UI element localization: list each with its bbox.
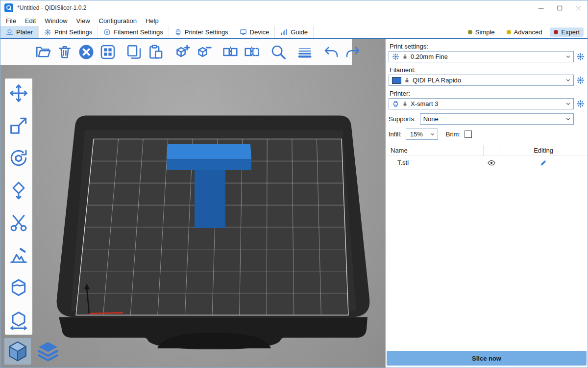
print-settings-label: Print settings: xyxy=(390,43,584,50)
view-toolbar xyxy=(4,338,61,365)
printer-gear-button[interactable] xyxy=(576,100,585,108)
object-name: T.stl xyxy=(386,159,484,166)
lock-icon xyxy=(402,53,408,60)
filament-gear-button[interactable] xyxy=(576,76,585,84)
menu-view[interactable]: View xyxy=(72,16,95,26)
delete-all-icon[interactable] xyxy=(76,42,97,62)
tab-plater[interactable]: Plater xyxy=(0,26,39,38)
print-settings-gear-button[interactable] xyxy=(576,53,585,61)
edit-object-icon[interactable] xyxy=(499,158,588,167)
filament-icon xyxy=(103,28,111,36)
menu-window[interactable]: Window xyxy=(40,16,72,26)
printer-small xyxy=(174,28,182,36)
chevron-down-icon xyxy=(564,77,572,84)
chevron-down-icon xyxy=(564,115,572,123)
mode-expert[interactable]: Expert xyxy=(550,27,584,37)
object-list-header: Name Editing xyxy=(386,145,588,156)
infill-value: 15% xyxy=(409,131,426,138)
window-title: *Untitled - QIDISlicer-1.0.2 xyxy=(17,4,86,11)
place-on-face-tool-icon[interactable] xyxy=(8,180,29,201)
mode-label: Simple xyxy=(475,28,495,36)
right-panel: Print settings: 0.20mm Fine Filament: xyxy=(385,39,588,368)
tab-label: Plater xyxy=(16,28,33,36)
mode-dot-icon xyxy=(507,30,511,34)
mode-strip: SimpleAdvancedExpert xyxy=(464,26,588,38)
tab-filament-settings[interactable]: Filament Settings xyxy=(98,26,169,38)
tab-bar: PlaterPrint SettingsFilament SettingsPri… xyxy=(0,26,588,39)
tab-print-settings[interactable]: Print Settings xyxy=(39,26,98,38)
scene-3d xyxy=(0,39,385,368)
move-tool-icon[interactable] xyxy=(8,82,29,104)
object-row[interactable]: T.stl xyxy=(386,156,588,169)
chevron-down-icon xyxy=(429,131,436,138)
supports-label: Supports: xyxy=(389,115,416,123)
split-objects-icon[interactable] xyxy=(220,42,241,62)
brim-label: Brim: xyxy=(446,131,461,138)
mode-advanced[interactable]: Advanced xyxy=(503,27,546,37)
window-controls xyxy=(532,0,588,15)
minimize-button[interactable] xyxy=(532,0,550,15)
paste-icon[interactable] xyxy=(146,42,166,62)
printer-label: Printer: xyxy=(390,90,584,97)
menu-edit[interactable]: Edit xyxy=(21,16,40,26)
main-area: Print settings: 0.20mm Fine Filament: xyxy=(0,39,588,368)
split-parts-icon[interactable] xyxy=(242,42,262,62)
chevron-down-icon xyxy=(564,53,572,60)
close-button[interactable] xyxy=(569,0,588,15)
device-icon xyxy=(240,28,247,36)
undo-icon[interactable] xyxy=(321,42,342,62)
gear-icon xyxy=(392,53,399,60)
infill-dropdown[interactable]: 15% xyxy=(406,129,438,140)
supports-dropdown[interactable]: None xyxy=(420,113,574,125)
plater-icon xyxy=(6,28,13,36)
visibility-eye-icon[interactable] xyxy=(484,158,499,167)
paint-support-tool-icon[interactable] xyxy=(8,244,29,266)
rotate-tool-icon[interactable] xyxy=(8,147,29,169)
gear xyxy=(44,28,51,36)
seam-tool-icon[interactable] xyxy=(8,277,29,298)
search-icon[interactable] xyxy=(268,42,289,62)
variable-layer-height-icon[interactable] xyxy=(294,42,315,62)
printer-icon xyxy=(392,100,399,107)
print-settings-dropdown[interactable]: 0.20mm Fine xyxy=(389,51,574,62)
cube-3d-view-icon[interactable] xyxy=(4,338,31,365)
brim-checkbox[interactable] xyxy=(465,131,472,138)
tab-label: Device xyxy=(250,28,270,36)
open-folder-icon[interactable] xyxy=(33,42,53,62)
menu-configuration[interactable]: Configuration xyxy=(95,16,141,26)
column-header-name: Name xyxy=(386,145,484,156)
menu-file[interactable]: File xyxy=(1,16,21,26)
menu-help[interactable]: Help xyxy=(141,16,163,26)
arrange-icon[interactable] xyxy=(98,42,118,62)
filament-dropdown[interactable]: QIDI PLA Rapido xyxy=(389,75,574,86)
tab-label: Guide xyxy=(291,28,308,36)
mode-label: Advanced xyxy=(514,28,542,36)
copy-icon[interactable] xyxy=(124,42,145,62)
remove-instance-icon[interactable] xyxy=(194,42,214,62)
printer-dropdown[interactable]: X-smart 3 xyxy=(389,98,574,109)
viewport-3d[interactable] xyxy=(0,39,385,368)
delete-icon[interactable] xyxy=(54,42,75,62)
lock-icon xyxy=(404,77,410,83)
maximize-button[interactable] xyxy=(550,0,569,15)
redo-icon[interactable] xyxy=(343,42,363,62)
tab-label: Printer Settings xyxy=(185,28,228,36)
cut-tool-icon[interactable] xyxy=(8,212,29,234)
filament-label: Filament: xyxy=(390,66,584,74)
scale-tool-icon[interactable] xyxy=(8,115,29,136)
object-list-body: T.stl xyxy=(386,156,588,169)
measure-tool-icon[interactable] xyxy=(8,309,29,331)
mode-simple[interactable]: Simple xyxy=(464,27,499,37)
slice-now-button[interactable]: Slice now xyxy=(387,351,587,366)
add-instance-icon[interactable] xyxy=(172,42,193,62)
mode-dot-icon xyxy=(554,30,558,34)
preview-view-icon[interactable] xyxy=(35,338,61,365)
mode-dot-icon xyxy=(468,30,472,34)
app-logo-icon xyxy=(4,3,13,12)
printer-value: X-smart 3 xyxy=(411,100,562,107)
tab-guide[interactable]: Guide xyxy=(275,26,314,38)
filament-color-swatch xyxy=(392,77,401,84)
tab-printer-settings[interactable]: Printer Settings xyxy=(169,26,234,38)
lock-icon xyxy=(402,101,408,107)
tab-device[interactable]: Device xyxy=(234,26,275,38)
